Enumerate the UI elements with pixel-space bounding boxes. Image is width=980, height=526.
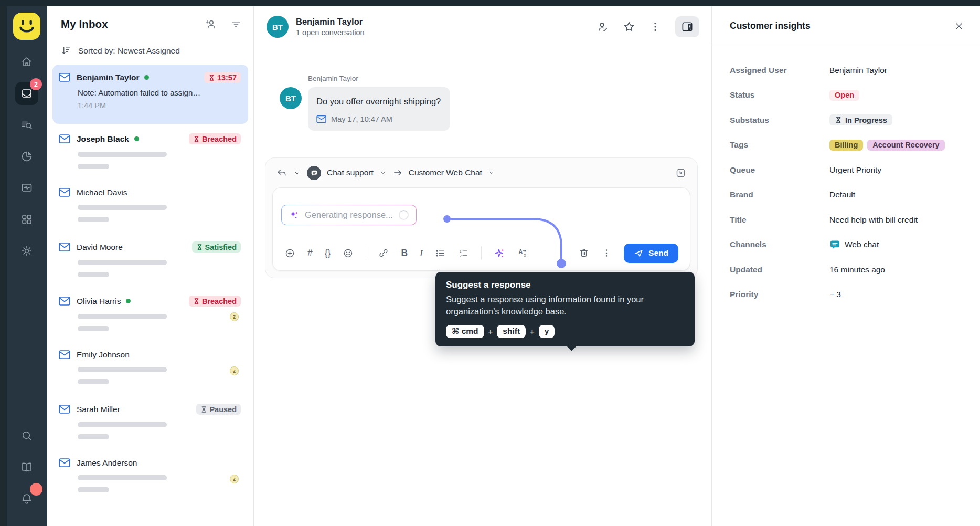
composer-source[interactable]: Chat support [327,168,374,177]
app-sidebar: 2 [0,0,47,526]
conversation-name: David Moore [77,243,123,252]
app-logo[interactable] [13,13,40,40]
edit-assignee-icon[interactable] [596,21,609,33]
expand-composer-icon[interactable] [675,167,686,178]
hourglass-icon [193,135,200,143]
insight-row-queue: Queue Urgent Priority [730,157,966,183]
conversation-name: Michael Davis [77,188,127,197]
close-icon[interactable] [954,21,964,31]
preview-placeholder [78,205,167,210]
variables-icon[interactable]: {} [325,248,331,259]
smiley-logo-icon [14,13,40,39]
email-icon [59,296,70,306]
list-item-joseph-black[interactable]: Joseph Black Breached [52,126,248,180]
list-item-james-anderson[interactable]: James Anderson [52,450,248,504]
kbd-shift: shift [497,325,526,338]
preview-placeholder [78,152,167,157]
source-chevron-icon[interactable] [379,169,387,176]
sidebar-item-notifications[interactable] [15,487,38,510]
email-icon [59,458,70,468]
snoozed-icon [230,366,239,375]
macro-icon[interactable]: # [307,248,313,259]
email-icon [59,187,70,197]
hourglass-icon [200,406,207,413]
online-dot [134,136,139,141]
reply-type-chevron-icon[interactable] [293,169,301,177]
list-item-david-moore[interactable]: David Moore Satisfied [52,234,248,288]
insert-icon[interactable] [284,248,295,259]
time-placeholder [78,217,109,222]
composer-more-icon[interactable] [601,248,612,258]
reply-editor[interactable]: Generating response... # {} B I [272,187,690,271]
status-badge[interactable]: Open [829,90,859,101]
sidebar-item-settings[interactable] [15,239,38,262]
sidebar-item-home[interactable] [15,50,38,73]
sidebar-item-help-center[interactable] [15,456,38,479]
conversation-name: Joseph Black [77,134,129,144]
time-placeholder [78,487,109,492]
insight-row-status: Status Open [730,83,966,108]
star-icon[interactable] [623,20,635,33]
email-icon [59,350,70,360]
conversation-time: 1:44 PM [78,101,241,110]
tag-billing[interactable]: Billing [829,140,863,151]
customer-avatar: BT [267,16,289,38]
list-search-icon [20,119,33,131]
numbered-list-icon[interactable]: 1 2 [458,248,469,259]
generating-label: Generating response... [305,210,393,220]
filter-icon[interactable] [230,18,242,30]
sparkle-icon [289,210,299,220]
insight-row-title: Title Need help with bill credit [730,207,966,233]
sidebar-item-apps[interactable] [15,208,38,231]
web-chat-icon [829,239,840,250]
svg-text:x: x [524,253,526,258]
email-icon [59,242,70,252]
list-item-emily-johnson[interactable]: Emily Johnson [52,342,248,396]
list-item-michael-davis[interactable]: Michael Davis [52,180,248,234]
sort-control[interactable]: Sorted by: Newest Assigned [47,45,253,56]
list-item-olivia-harris[interactable]: Olivia Harris Breached [52,288,248,342]
sla-breached-badge: Breached [189,133,241,144]
send-button[interactable]: Send [624,244,678,263]
loading-spinner [399,210,409,220]
bold-icon[interactable]: B [401,248,408,259]
sidebar-item-statistics[interactable] [15,145,38,168]
svg-text:2: 2 [460,254,462,257]
emoji-icon[interactable] [343,248,354,259]
reply-icon[interactable] [276,167,287,178]
assign-user-icon[interactable] [205,18,217,30]
bullet-list-icon[interactable] [435,248,446,259]
composer-channel[interactable]: Customer Web Chat [409,168,482,177]
translate-icon[interactable]: A x [517,247,529,259]
email-icon [59,72,70,82]
sidebar-item-activity[interactable] [15,176,38,199]
sla-breached-badge: Breached [189,296,241,307]
substatus-badge[interactable]: In Progress [829,114,892,125]
preview-placeholder [78,260,167,265]
delete-draft-icon[interactable] [579,248,589,258]
sidebar-item-search-views[interactable] [15,113,38,136]
monitor-pulse-icon [20,182,33,194]
suggest-response-tooltip: Suggest a response Suggest a response us… [435,272,695,346]
insight-row-channels: Channels Web chat [730,233,966,258]
sidebar-item-search[interactable] [15,424,38,447]
tooltip-title: Suggest a response [446,280,684,290]
insight-row-priority: Priority − 3 [730,282,966,308]
italic-icon[interactable]: I [420,248,423,259]
list-item-benjamin-taylor[interactable]: Benjamin Taylor 13:57 Note: Automation f… [52,65,248,124]
conversation-name: Emily Johnson [77,350,130,360]
more-options-icon[interactable] [649,21,661,33]
time-placeholder [78,434,109,439]
insight-row-updated: Updated 16 minutes ago [730,257,966,282]
sidebar-item-inbox[interactable]: 2 [15,82,38,105]
link-icon[interactable] [378,248,389,258]
conversation-preview: Note: Automation failed to assign… [78,88,235,97]
ai-suggest-icon[interactable] [494,247,505,259]
list-item-sarah-miller[interactable]: Sarah Miller Paused [52,396,248,450]
time-placeholder [78,326,109,331]
toggle-insights-panel-button[interactable] [675,16,699,37]
channel-chevron-icon[interactable] [488,169,495,176]
conversation-name: Benjamin Taylor [77,73,139,82]
pie-chart-icon [20,150,33,163]
tag-account-recovery[interactable]: Account Recovery [867,140,944,151]
